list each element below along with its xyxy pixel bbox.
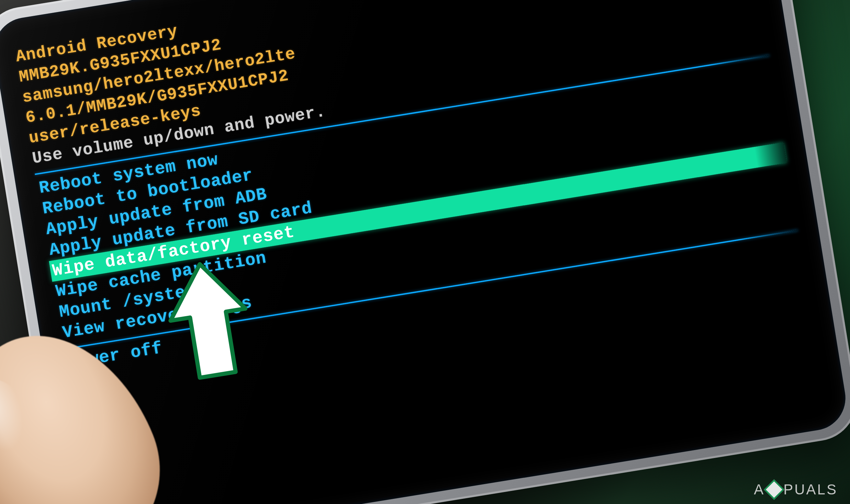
watermark-logo-icon (764, 479, 784, 500)
watermark-text-a: A (754, 481, 765, 498)
recovery-content: Android Recovery MMB29K.G935FXXU1CPJ2 sa… (14, 0, 802, 374)
photo-scene: Android Recovery MMB29K.G935FXXU1CPJ2 sa… (0, 0, 850, 504)
watermark-text-b: PUALS (783, 481, 838, 498)
watermark: A PUALS (754, 481, 838, 498)
